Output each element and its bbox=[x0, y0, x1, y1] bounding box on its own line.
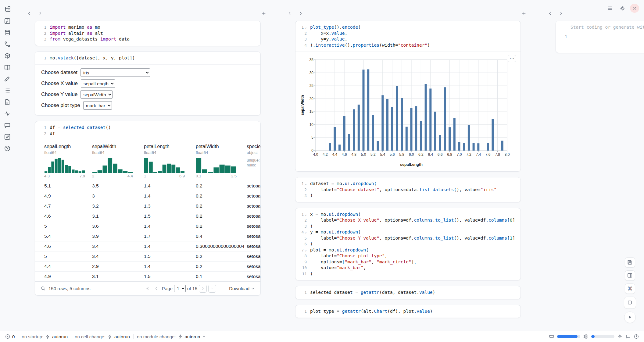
terminal-button[interactable] bbox=[624, 297, 636, 309]
code-line[interactable]: plot_type().encode( bbox=[310, 24, 521, 30]
code-line[interactable]: label="Choose plot type", bbox=[310, 253, 521, 259]
last-page-button[interactable] bbox=[208, 285, 216, 293]
fold-icon[interactable]: ⌄ bbox=[305, 213, 307, 216]
prev-page-button[interactable] bbox=[152, 285, 160, 293]
page-select[interactable]: 1 bbox=[174, 285, 186, 292]
empty-code-editor[interactable]: 1Start coding or generate with AI bbox=[556, 21, 644, 53]
runtime-config-item[interactable]: on startup:autorun bbox=[22, 334, 68, 339]
sidebar-file-tree-button[interactable] bbox=[3, 5, 11, 13]
code-line[interactable]: label="Choose X value", options=df.colum… bbox=[310, 217, 521, 223]
fold-icon[interactable]: ⌄ bbox=[305, 182, 307, 185]
sidebar-scratchpad-button[interactable] bbox=[3, 133, 11, 141]
shutdown-button[interactable] bbox=[630, 4, 639, 13]
sidebar-dependency-graph-button[interactable] bbox=[3, 40, 11, 48]
code-line[interactable]: df = selected_dataset() bbox=[50, 125, 260, 131]
dataset-dropdown-code-editor[interactable]: 1⌄dataset = mo.ui.dropdown(2 label="Choo… bbox=[295, 177, 521, 202]
code-line[interactable]: y=y.value, bbox=[310, 36, 521, 42]
sidebar-documentation-button[interactable] bbox=[3, 63, 11, 71]
fold-icon[interactable]: ⌄ bbox=[305, 230, 307, 234]
table-row[interactable]: 5.13.51.40.2setosa bbox=[35, 181, 260, 191]
choose-x-value-select[interactable]: sepalLength bbox=[81, 79, 115, 88]
code-line[interactable]: import altair as alt bbox=[50, 30, 260, 37]
column-3-move-right-button[interactable] bbox=[557, 9, 565, 18]
runtime-config-item[interactable]: on cell change:autorun bbox=[75, 334, 130, 339]
table-column-header[interactable]: sepalWidthfloat6424.4 bbox=[92, 144, 144, 181]
table-row[interactable]: 5.43.91.70.4setosa bbox=[35, 231, 260, 241]
sidebar-tracing-button[interactable] bbox=[3, 110, 11, 118]
code-line[interactable]: Start coding or generate with AI bbox=[571, 24, 644, 49]
code-line[interactable]: dataset = mo.ui.dropdown( bbox=[310, 181, 521, 187]
code-line[interactable]: x=x.value, bbox=[310, 30, 521, 37]
first-page-button[interactable] bbox=[143, 285, 151, 293]
sidebar-outline-button[interactable] bbox=[3, 87, 11, 94]
sidebar-help-button[interactable] bbox=[3, 144, 11, 152]
vstack-code-editor[interactable]: 1mo.vstack([dataset, x, y, plot]) bbox=[35, 52, 260, 65]
column-3-move-left-button[interactable] bbox=[546, 9, 554, 18]
sidebar-variables-button[interactable] bbox=[3, 17, 11, 25]
code-line[interactable]: ) bbox=[310, 193, 521, 199]
choose-y-value-select[interactable]: sepalWidth bbox=[80, 90, 113, 99]
download-button[interactable]: Download bbox=[229, 286, 255, 291]
table-row[interactable]: 4.931.40.2setosa bbox=[35, 191, 260, 201]
sparkle-icon[interactable] bbox=[617, 334, 623, 339]
chart-options-button[interactable]: ⋯ bbox=[508, 55, 516, 62]
choose-plot-type-select[interactable]: mark_bar bbox=[83, 101, 112, 110]
selected-dataset-code-editor[interactable]: 1selected_dataset = getattr(data, datase… bbox=[295, 286, 521, 299]
xy-plot-dropdowns-code-editor[interactable]: 1⌄x = mo.ui.dropdown(2 label="Choose X v… bbox=[295, 208, 521, 280]
panels-button[interactable] bbox=[625, 270, 635, 281]
code-line[interactable]: x = mo.ui.dropdown( bbox=[310, 212, 521, 218]
errors-indicator[interactable]: 0 bbox=[5, 334, 15, 339]
choose-dataset-select[interactable]: iris bbox=[80, 68, 150, 77]
cpu-icon[interactable] bbox=[583, 334, 589, 339]
code-line[interactable]: y = mo.ui.dropdown( bbox=[310, 229, 521, 235]
code-line[interactable]: df bbox=[50, 131, 260, 137]
code-line[interactable]: plot_type = getattr(alt.Chart(df), plot.… bbox=[310, 308, 521, 315]
table-row[interactable]: 53.61.40.2setosa bbox=[35, 221, 260, 231]
chart-code-editor[interactable]: 1⌄plot_type().encode(2 x=x.value,3 y=y.v… bbox=[295, 21, 521, 52]
clock-icon[interactable] bbox=[634, 334, 639, 339]
table-column-header[interactable]: petalWidthfloat640.12.5 bbox=[196, 144, 247, 181]
code-line[interactable]: ) bbox=[310, 241, 521, 247]
sidebar-chat-button[interactable] bbox=[3, 121, 11, 129]
table-row[interactable]: 4.63.11.50.2setosa bbox=[35, 211, 260, 221]
code-line[interactable]: label="Choose dataset", options=data.lis… bbox=[310, 187, 521, 193]
table-row[interactable]: 4.73.21.30.2setosa bbox=[35, 201, 260, 211]
table-row[interactable]: 4.93.11.50.1setosa bbox=[35, 271, 260, 281]
memory-icon[interactable] bbox=[549, 334, 554, 339]
column-1-move-right-button[interactable] bbox=[36, 9, 45, 18]
sidebar-tools-button[interactable] bbox=[3, 75, 11, 83]
plot-type-code-editor[interactable]: 1plot_type = getattr(alt.Chart(df), plot… bbox=[295, 305, 521, 318]
code-line[interactable]: label="Choose Y value", options=df.colum… bbox=[310, 235, 521, 241]
code-line[interactable]: selected_dataset = getattr(data, dataset… bbox=[310, 290, 521, 296]
table-column-header[interactable]: petalLengthfloat6416.9 bbox=[144, 144, 196, 181]
table-row[interactable]: 4.63.41.40.30000000000000004setosa bbox=[35, 241, 260, 251]
code-line[interactable]: options=["mark_bar", "mark_circle"], bbox=[310, 259, 521, 265]
table-column-header[interactable]: sepalLengthfloat644.37.9 bbox=[44, 144, 92, 181]
sidebar-package-button[interactable] bbox=[3, 52, 11, 60]
code-line[interactable]: plot = mo.ui.dropdown( bbox=[310, 247, 521, 253]
imports-code-editor[interactable]: 1import marimo as mo2import altair as al… bbox=[35, 21, 260, 46]
save-button[interactable] bbox=[625, 257, 635, 268]
altair-chart[interactable]: 051015202530354.04.24.44.64.85.05.25.45.… bbox=[300, 55, 519, 169]
column-1-add-cell-button[interactable] bbox=[259, 9, 268, 18]
fold-icon[interactable]: ⌄ bbox=[305, 26, 307, 29]
column-1-move-left-button[interactable] bbox=[25, 9, 34, 18]
column-2-move-right-button[interactable] bbox=[296, 9, 305, 18]
column-2-move-left-button[interactable] bbox=[285, 9, 294, 18]
fold-icon[interactable]: ⌄ bbox=[305, 248, 307, 252]
code-line[interactable]: ).interactive().properties(width="contai… bbox=[310, 42, 521, 48]
table-row[interactable]: 4.42.91.40.2setosa bbox=[35, 261, 260, 271]
dataframe-code-editor[interactable]: 1df = selected_dataset()2df bbox=[35, 121, 260, 140]
next-page-button[interactable] bbox=[199, 285, 207, 293]
code-line[interactable]: value="mark_bar", bbox=[310, 265, 521, 271]
table-column-header[interactable]: speciesobjectunique:nulls: bbox=[247, 144, 260, 181]
search-icon[interactable] bbox=[41, 286, 46, 291]
run-all-button[interactable] bbox=[624, 312, 636, 323]
code-line[interactable]: ) bbox=[310, 223, 521, 230]
generate-with-ai-link[interactable]: generate bbox=[613, 25, 635, 30]
code-line[interactable]: mo.vstack([dataset, x, y, plot]) bbox=[50, 55, 260, 61]
feedback-icon[interactable] bbox=[625, 334, 631, 339]
settings-button[interactable] bbox=[618, 4, 627, 13]
code-line[interactable]: ) bbox=[310, 271, 521, 277]
notebook-menu-button[interactable] bbox=[606, 4, 615, 13]
